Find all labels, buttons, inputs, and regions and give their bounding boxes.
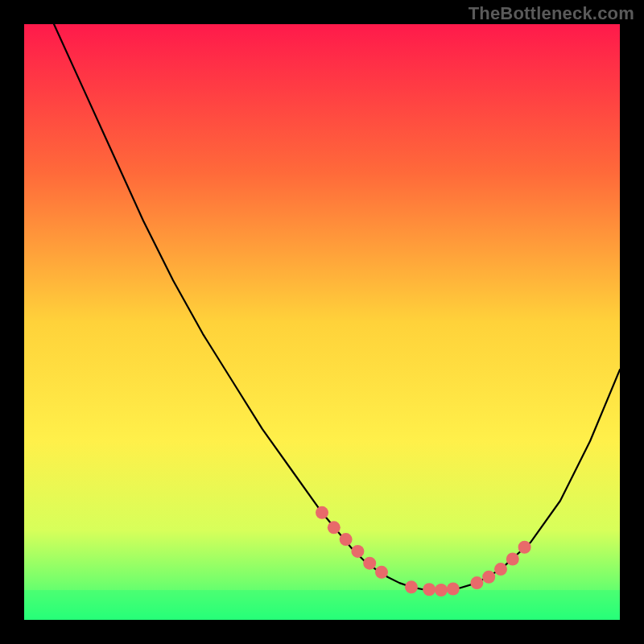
data-marker [351,545,364,558]
chart-svg [24,24,620,620]
plot-area [24,24,620,620]
data-marker [375,566,388,579]
data-marker [328,521,341,534]
data-marker [447,583,460,596]
data-marker [506,553,519,566]
gradient-background [24,24,620,620]
watermark-text: TheBottleneck.com [469,3,634,24]
data-marker [518,541,531,554]
data-marker [405,580,418,593]
data-marker [423,583,436,596]
data-marker [482,571,495,584]
data-marker [494,563,507,576]
data-marker [470,576,483,589]
data-marker [316,506,328,519]
chart-container: TheBottleneck.com [0,0,644,644]
data-marker [363,557,376,570]
data-marker [435,584,448,597]
data-marker [340,533,353,546]
optimal-band [24,590,620,620]
